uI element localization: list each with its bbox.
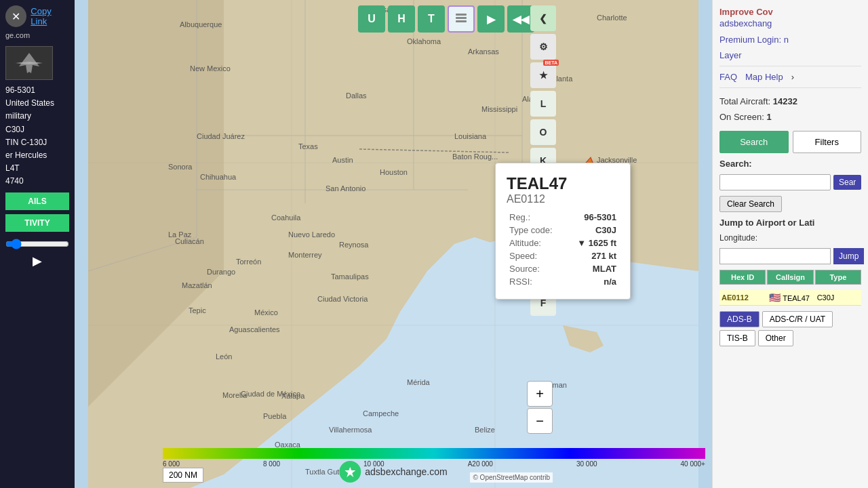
popup-alt-label: Altitude: [507, 237, 566, 249]
top-toolbar: U H T ▶ ◀◀ [358, 5, 534, 33]
premium-login[interactable]: Premium Login: n [719, 35, 861, 45]
close-icon: ✕ [12, 10, 20, 23]
btn-t[interactable]: T [418, 5, 445, 33]
result-hex: AE0112 [719, 291, 766, 304]
copy-link[interactable]: Copy Link [31, 6, 69, 26]
aircraft-info: 96-5301 United States military C30J TIN … [5, 84, 69, 188]
aircraft-full-name: TIN C-130J [5, 136, 69, 149]
divider-1 [719, 66, 861, 66]
aircraft-thumbnail [5, 46, 53, 80]
jump-label: Jump to Airport or Lati [719, 218, 861, 228]
popup-reg-label: Reg.: [507, 211, 566, 224]
popup-hex: AE0112 [507, 193, 619, 205]
right-arrow: › [791, 72, 794, 82]
popup-speed-value: 271 kt [566, 249, 619, 262]
header-type[interactable]: Type [815, 270, 861, 285]
left-slider[interactable] [5, 239, 69, 249]
popup-alt-arrow: ▼ [577, 238, 586, 248]
divider-2 [719, 87, 861, 88]
search-button[interactable]: Sear [833, 175, 861, 190]
header-callsign[interactable]: Callsign [767, 270, 813, 285]
btn-o[interactable]: O [530, 119, 556, 145]
scale-8000: 8 000 [263, 460, 280, 468]
popup-source-label: Source: [507, 262, 566, 275]
adsc-btn[interactable]: ADS-C/R / UAT [762, 311, 833, 327]
btn-l[interactable]: L [530, 91, 556, 117]
premium-layer: Layer [719, 50, 861, 60]
on-screen-value: 1 [766, 112, 771, 122]
left-nav-arrow[interactable]: ▶ [5, 253, 69, 268]
aircraft-alt-name: er Hercules [5, 149, 69, 162]
popup-source-row: Source: MLAT [507, 262, 619, 275]
details-button[interactable]: AILS [5, 192, 69, 210]
btn-next[interactable]: ▶ [477, 5, 505, 33]
aircraft-popup: TEAL47 AE0112 Reg.: 96-5301 Type code: C… [495, 163, 631, 300]
left-panel: ✕ Copy Link ge.com 96-5301 United States… [0, 0, 75, 488]
popup-reg-value: 96-5301 [566, 211, 619, 224]
aircraft-id1: L4T [5, 162, 69, 175]
map-area[interactable]: Albuquerque Tulsa Oklahoma Memphis Charl… [75, 0, 712, 488]
back-btn[interactable]: ❮ [530, 5, 556, 31]
close-button[interactable]: ✕ [5, 5, 26, 27]
osm-attribution: © OpenStreetMap contrib [470, 472, 553, 483]
other-btn[interactable]: Other [758, 330, 793, 346]
improve-coverage-link[interactable]: adsbexchang [719, 18, 772, 28]
adsb-btn[interactable]: ADS-B [719, 311, 760, 327]
popup-type-value: C30J [566, 224, 619, 237]
svg-rect-15 [456, 14, 467, 16]
flag-us-icon: 🇺🇸 [769, 292, 781, 303]
total-value: 14232 [773, 96, 797, 106]
header-hex-id[interactable]: Hex ID [719, 270, 766, 285]
aircraft-type-code: C30J [5, 123, 69, 136]
map-help-link[interactable]: Map Help [745, 72, 783, 82]
clear-search-button[interactable]: Clear Search [719, 196, 782, 212]
aircraft-category: military [5, 110, 69, 123]
url-text: ge.com [5, 31, 69, 39]
btn-layers[interactable] [448, 5, 475, 33]
aircraft-id2: 4740 [5, 175, 69, 188]
color-bar [163, 448, 705, 459]
aircraft-stats: Total Aircraft: 14232 On Screen: 1 [719, 94, 861, 125]
results-header: Hex ID Callsign Type [719, 270, 861, 285]
popup-speed-label: Speed: [507, 249, 566, 262]
svg-rect-14 [456, 17, 467, 19]
result-type: C30J [815, 291, 861, 304]
search-label: Search: [719, 159, 861, 169]
popup-type-row: Type code: C30J [507, 224, 619, 237]
help-links: FAQ Map Help › [719, 72, 861, 82]
settings-btn[interactable]: ⚙ [530, 34, 556, 60]
popup-type-label: Type code: [507, 224, 566, 237]
faq-link[interactable]: FAQ [719, 72, 737, 82]
scale-6000: 6 000 [163, 460, 180, 468]
jump-input[interactable] [719, 248, 831, 264]
result-callsign: TEAL47 [783, 294, 810, 302]
type-filter-buttons: ADS-B ADS-C/R / UAT TIS-B Other [719, 311, 861, 346]
activity-button[interactable]: TIVITY [5, 214, 69, 232]
search-row: Sear [719, 174, 861, 190]
popup-reg-row: Reg.: 96-5301 [507, 211, 619, 224]
total-label: Total Aircraft: [719, 96, 770, 106]
btn-h[interactable]: H [388, 5, 415, 33]
beta-badge: BETA [543, 60, 559, 66]
tisb-btn[interactable]: TIS-B [719, 330, 755, 346]
popup-alt-row: Altitude: ▼ 1625 ft [507, 237, 619, 249]
scale-40000: 40 000+ [681, 460, 705, 468]
search-tab[interactable]: Search [719, 131, 789, 153]
filters-tab[interactable]: Filters [793, 131, 862, 153]
logo-icon [339, 461, 361, 483]
search-input[interactable] [719, 174, 831, 190]
popup-speed-row: Speed: 271 kt [507, 249, 619, 262]
zoom-out-btn[interactable]: − [527, 408, 553, 434]
popup-rssi-label: RSSI: [507, 275, 566, 288]
jump-button[interactable]: Jump [833, 248, 864, 264]
star-btn[interactable]: ★ BETA [530, 62, 556, 88]
tab-buttons: Search Filters [719, 131, 861, 153]
improve-coverage-text: Improve Cov [719, 7, 773, 17]
popup-callsign: TEAL47 [507, 174, 619, 193]
popup-alt-value: ▼ 1625 ft [566, 237, 619, 249]
zoom-in-btn[interactable]: + [527, 381, 553, 407]
btn-u[interactable]: U [358, 5, 385, 33]
popup-rssi-row: RSSI: n/a [507, 275, 619, 288]
popup-table: Reg.: 96-5301 Type code: C30J Altitude: … [507, 211, 619, 288]
result-row-ae0112[interactable]: AE0112 🇺🇸 TEAL47 C30J [719, 290, 861, 306]
